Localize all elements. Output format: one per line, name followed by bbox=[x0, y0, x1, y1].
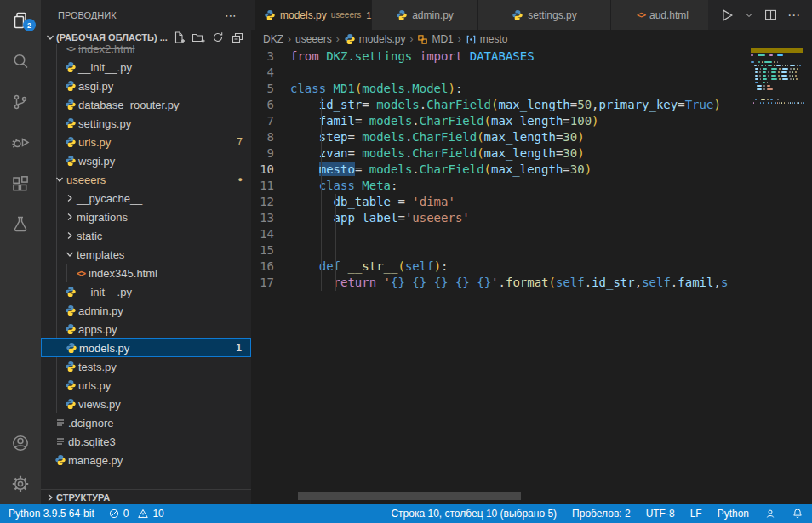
minimap[interactable] bbox=[751, 48, 803, 105]
tree-item-urls.py[interactable]: urls.py7 bbox=[41, 133, 251, 151]
python-file-icon bbox=[64, 342, 79, 354]
tab-settings.py[interactable]: settings.py bbox=[478, 0, 611, 30]
tree-item-apps.py[interactable]: apps.py bbox=[41, 320, 251, 338]
new-file-icon[interactable] bbox=[172, 31, 186, 44]
code-line-7: 7 famil= models.CharField(max_length=100… bbox=[251, 113, 751, 129]
tree-item-database_roouter.py[interactable]: database_roouter.py bbox=[41, 95, 251, 114]
minimap-highlight bbox=[751, 48, 803, 53]
python-file-icon bbox=[63, 379, 78, 391]
code-line-14: 14 bbox=[251, 226, 751, 242]
outline-section-header[interactable]: СТРУКТУРА bbox=[41, 489, 251, 504]
tab-label: admin.py bbox=[412, 9, 454, 21]
tree-item-label: urls.py bbox=[78, 379, 111, 392]
git-badge: 7 bbox=[237, 136, 251, 148]
code-line-10: 10 mesto= models.CharField(max_length=30… bbox=[251, 162, 751, 178]
tree-item-templates[interactable]: templates bbox=[41, 245, 251, 264]
tree-item-label: index345.html bbox=[89, 267, 157, 280]
tab-models.py[interactable]: models.pyuseeers1× bbox=[255, 0, 372, 30]
line-number: 5 bbox=[251, 81, 290, 97]
line-number: 12 bbox=[251, 194, 290, 210]
activity-settings-icon[interactable] bbox=[0, 463, 41, 504]
refresh-icon[interactable] bbox=[211, 31, 225, 44]
tree-item-index345.html[interactable]: <>index345.html bbox=[41, 264, 251, 282]
tree-item-db.sqlite3[interactable]: db.sqlite3 bbox=[41, 432, 251, 451]
activity-search-icon[interactable] bbox=[0, 41, 41, 82]
line-number: 10 bbox=[251, 162, 290, 178]
tree-item-urls.py[interactable]: urls.py bbox=[41, 376, 251, 395]
tab-description: useeers bbox=[331, 10, 362, 20]
line-number: 4 bbox=[251, 65, 290, 81]
python-file-icon bbox=[512, 9, 523, 21]
tree-item-wsgi.py[interactable]: wsgi.py bbox=[41, 151, 251, 170]
split-editor-icon[interactable] bbox=[763, 8, 778, 22]
run-icon[interactable] bbox=[719, 8, 735, 23]
status-eol[interactable]: LF bbox=[690, 508, 702, 520]
code-line-12: 12 db_table = 'dima' bbox=[251, 194, 751, 210]
tree-item-admin.py[interactable]: admin.py bbox=[41, 301, 251, 320]
activity-badge: 2 bbox=[23, 19, 36, 31]
python-file-icon bbox=[63, 80, 78, 92]
tab-admin.py[interactable]: admin.py bbox=[372, 0, 478, 30]
status-language-mode[interactable]: Python bbox=[718, 508, 749, 520]
tab-aud.html[interactable]: <>aud.html bbox=[611, 0, 715, 30]
collapse-all-icon[interactable] bbox=[231, 31, 244, 44]
workspace-section-header[interactable]: (РАБОЧАЯ ОБЛАСТЬ) ... bbox=[41, 31, 251, 44]
new-folder-icon[interactable] bbox=[192, 31, 205, 44]
code-line-6: 6 id_str= models.CharField(max_length=50… bbox=[251, 97, 751, 113]
tree-item-views.py[interactable]: views.py bbox=[41, 395, 251, 413]
line-number: 15 bbox=[251, 242, 290, 259]
breadcrumb: DKZ›useeers›models.py›MD1›mesto bbox=[251, 30, 812, 48]
python-file-icon bbox=[63, 286, 78, 298]
tree-item-models.py[interactable]: models.py1 bbox=[41, 338, 251, 357]
tree-item-settings.py[interactable]: settings.py bbox=[41, 114, 251, 133]
tree-item-.dcignore[interactable]: .dcignore bbox=[41, 413, 251, 432]
line-number: 11 bbox=[251, 178, 290, 194]
tree-item-label: database_roouter.py bbox=[78, 99, 180, 111]
status-encoding[interactable]: UTF-8 bbox=[646, 508, 675, 520]
tree-item-__init__.py[interactable]: __init__.py bbox=[41, 58, 251, 77]
python-file-icon bbox=[63, 61, 78, 73]
activity-account-icon[interactable] bbox=[0, 423, 41, 463]
breadcrumb-label: MD1 bbox=[432, 33, 453, 45]
status-notifications[interactable] bbox=[792, 508, 803, 520]
chevron-down-icon[interactable] bbox=[744, 10, 754, 20]
tree-item-static[interactable]: static bbox=[41, 226, 251, 245]
line-number: 14 bbox=[251, 226, 290, 242]
activity-run-debug-icon[interactable] bbox=[0, 122, 41, 163]
tree-item-useeers[interactable]: useeers● bbox=[41, 170, 251, 189]
file-icon bbox=[53, 435, 68, 447]
breadcrumb-item-mesto[interactable]: mesto bbox=[466, 33, 508, 45]
status-python-interpreter[interactable]: Python 3.9.5 64-bit bbox=[9, 508, 94, 520]
line-number: 8 bbox=[251, 129, 290, 145]
editor-actions: ⋯ bbox=[708, 0, 812, 30]
more-icon[interactable]: ⋯ bbox=[787, 8, 801, 23]
activity-extensions-icon[interactable] bbox=[0, 163, 41, 204]
tree-item-__init__.py[interactable]: __init__.py bbox=[41, 282, 251, 301]
tree-item-asgi.py[interactable]: asgi.py bbox=[41, 77, 251, 95]
code-area[interactable]: 3from DKZ.settings import DATABASES45cla… bbox=[251, 48, 751, 291]
editor-indent-guide bbox=[321, 97, 322, 291]
breadcrumb-item-useeers[interactable]: useeers bbox=[295, 33, 332, 45]
status-feedback[interactable] bbox=[764, 508, 776, 520]
horizontal-scrollbar[interactable] bbox=[298, 492, 521, 500]
activity-explorer-icon[interactable]: 2 bbox=[0, 0, 41, 41]
tree-item-__pycache__[interactable]: __pycache__ bbox=[41, 189, 251, 207]
code-line-9: 9 zvan= models.CharField(max_length=30) bbox=[251, 145, 751, 162]
chevron-right-icon bbox=[63, 230, 77, 242]
tree-item-label: models.py bbox=[79, 342, 129, 355]
activity-testing-icon[interactable] bbox=[0, 204, 41, 245]
tree-item-manage.py[interactable]: manage.py bbox=[41, 451, 251, 469]
breadcrumb-item-MD1[interactable]: MD1 bbox=[417, 33, 453, 45]
status-problems[interactable]: 010 bbox=[108, 508, 164, 520]
status-bar: Python 3.9.5 64-bit010 Строка 10, столбе… bbox=[0, 504, 812, 523]
activity-source-control-icon[interactable] bbox=[0, 82, 41, 122]
python-file-icon bbox=[63, 117, 78, 129]
breadcrumb-item-DKZ[interactable]: DKZ bbox=[263, 33, 283, 45]
tree-item-migrations[interactable]: migrations bbox=[41, 207, 251, 226]
breadcrumb-item-models.py[interactable]: models.py bbox=[344, 33, 406, 45]
tree-item-label: asgi.py bbox=[78, 80, 113, 93]
status-indentation[interactable]: Пробелов: 2 bbox=[572, 508, 631, 520]
tree-item-tests.py[interactable]: tests.py bbox=[41, 357, 251, 376]
status-cursor-position[interactable]: Строка 10, столбец 10 (выбрано 5) bbox=[391, 508, 557, 520]
explorer-more-actions-icon[interactable]: ⋯ bbox=[225, 9, 237, 22]
